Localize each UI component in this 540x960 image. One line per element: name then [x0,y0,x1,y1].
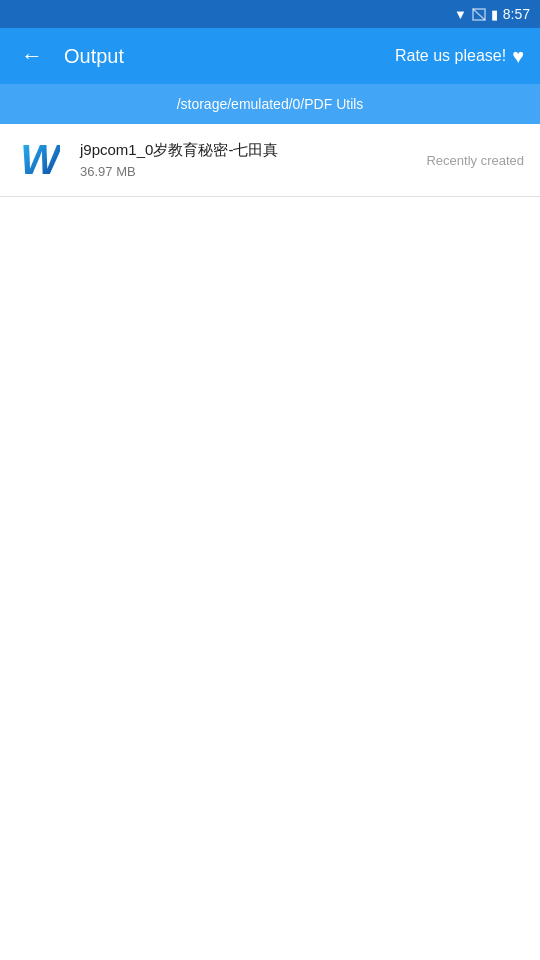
no-sim-icon [472,8,486,21]
file-item[interactable]: W j9pcom1_0岁教育秘密-七田真 36.97 MB Recently c… [0,124,540,197]
app-bar-title: Output [64,45,379,68]
file-meta: Recently created [426,153,524,168]
svg-line-1 [473,9,485,20]
file-info: j9pcom1_0岁教育秘密-七田真 36.97 MB [80,141,426,179]
path-bar: /storage/emulated/0/PDF Utils [0,84,540,124]
file-size: 36.97 MB [80,164,426,179]
back-arrow-icon: ← [21,43,43,69]
app-bar: ← Output Rate us please! ♥ [0,28,540,84]
status-icons: ▼ ▮ 8:57 [454,6,530,22]
file-name: j9pcom1_0岁教育秘密-七田真 [80,141,426,160]
rate-us-button[interactable]: Rate us please! ♥ [395,45,524,68]
current-path: /storage/emulated/0/PDF Utils [177,96,364,112]
status-bar: ▼ ▮ 8:57 [0,0,540,28]
heart-icon: ♥ [512,45,524,68]
file-icon-container: W [16,136,64,184]
file-type-icon: W [20,139,60,181]
wifi-icon: ▼ [454,7,467,22]
back-button[interactable]: ← [16,40,48,72]
rate-us-label: Rate us please! [395,47,506,65]
file-list: W j9pcom1_0岁教育秘密-七田真 36.97 MB Recently c… [0,124,540,197]
battery-icon: ▮ [491,7,498,22]
status-time: 8:57 [503,6,530,22]
